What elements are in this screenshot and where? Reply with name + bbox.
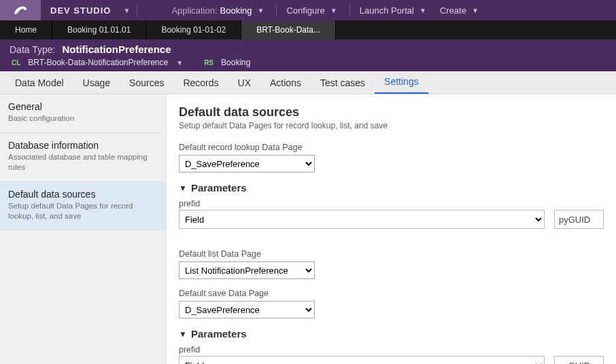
subtab-ux[interactable]: UX	[228, 72, 260, 94]
list-dp-select[interactable]: List NotificationPreference	[179, 261, 315, 279]
side-item-title: General	[8, 101, 158, 112]
side-item-desc: Setup default Data Pages for record look…	[8, 201, 158, 222]
param-name-1: prefid	[179, 199, 604, 208]
chevron-down-icon: ▼	[179, 183, 187, 193]
app-value: Booking	[220, 5, 252, 16]
parameters-toggle-1[interactable]: ▼ Parameters	[179, 182, 604, 194]
lookup-dp-select[interactable]: D_SavePreference	[179, 155, 315, 172]
app-label: Application:	[171, 5, 217, 16]
sub-tab-bar: Data Model Usage Sources Records UX Acti…	[0, 71, 616, 94]
class-path: BRT-Book-Data-NotificationPreference	[28, 58, 168, 67]
lookup-dp-label: Default record lookup Data Page	[179, 143, 604, 152]
tab-booking-010101[interactable]: Booking 01.01.01	[52, 20, 146, 39]
side-item-desc: Basic configuration	[8, 113, 158, 124]
subtab-records[interactable]: Records	[173, 72, 228, 94]
save-dp-label: Default save Data Page	[179, 289, 604, 298]
subtab-settings[interactable]: Settings	[375, 71, 428, 94]
parameters-label: Parameters	[191, 182, 247, 194]
logo[interactable]	[0, 0, 41, 20]
separator	[137, 4, 137, 16]
separator	[349, 4, 350, 16]
separator	[276, 4, 277, 16]
section-subheading: Setup default Data Pages for record look…	[179, 121, 604, 130]
chevron-down-icon: ▼	[417, 7, 429, 14]
subtab-usage[interactable]: Usage	[73, 72, 120, 94]
tab-home[interactable]: Home	[0, 20, 52, 39]
subtab-sources[interactable]: Sources	[120, 72, 173, 94]
menu-create[interactable]: Create ▼	[434, 5, 487, 16]
chevron-down-icon: ▼	[255, 7, 267, 14]
settings-side-panel: General Basic configuration Database inf…	[0, 94, 167, 364]
chevron-down-icon: ▼	[469, 7, 481, 14]
rule-header: Data Type: NotificationPreference CL BRT…	[0, 39, 616, 71]
class-badge: CL	[10, 58, 22, 67]
data-type-value: NotificationPreference	[62, 43, 171, 55]
application-switcher[interactable]: Application: Booking ▼	[166, 5, 272, 16]
chevron-down-icon: ▼	[179, 329, 187, 339]
subtab-actions[interactable]: Actions	[260, 72, 311, 94]
chevron-down-icon[interactable]: ▼	[173, 59, 186, 67]
tab-brt-book-data[interactable]: BRT-Book-Data...	[241, 20, 336, 39]
param-name-2: prefid	[179, 345, 604, 354]
chevron-down-icon[interactable]: ▼	[120, 7, 133, 14]
top-bar: DEV STUDIO ▼ Application: Booking ▼ Conf…	[0, 0, 616, 20]
section-heading: Default data sources	[179, 105, 604, 120]
pega-horse-icon	[13, 5, 28, 16]
main-content: Default data sources Setup default Data …	[167, 94, 616, 364]
param-value-1[interactable]: pyGUID	[554, 210, 604, 229]
side-item-general[interactable]: General Basic configuration	[0, 94, 166, 133]
open-tabs-bar: Home Booking 01.01.01 Booking 01-01-02 B…	[0, 20, 616, 39]
side-item-title: Default data sources	[8, 189, 158, 200]
param-type-select-1[interactable]: Field	[179, 210, 545, 229]
work-area: General Basic configuration Database inf…	[0, 94, 616, 364]
menu-launch-portal[interactable]: Launch Portal ▼	[354, 5, 434, 16]
side-item-database-information[interactable]: Database information Associated database…	[0, 133, 166, 182]
param-value-2[interactable]: pyGUID	[554, 356, 604, 364]
list-dp-label: Default list Data Page	[179, 249, 604, 259]
side-item-title: Database information	[8, 140, 158, 151]
side-item-desc: Associated database and table mapping ru…	[8, 152, 158, 173]
ruleset-name: Booking	[221, 58, 250, 67]
chevron-down-icon: ▼	[328, 7, 340, 14]
save-dp-select[interactable]: D_SavePreference	[179, 301, 315, 318]
parameters-label: Parameters	[191, 328, 247, 340]
parameters-toggle-2[interactable]: ▼ Parameters	[179, 328, 604, 340]
tab-booking-01-01-02[interactable]: Booking 01-01-02	[146, 20, 241, 39]
param-type-select-2[interactable]: Field	[179, 356, 545, 364]
brand-label: DEV STUDIO	[41, 5, 120, 16]
side-item-default-data-sources[interactable]: Default data sources Setup default Data …	[0, 182, 166, 231]
ruleset-badge: RS	[202, 58, 216, 67]
subtab-test-cases[interactable]: Test cases	[311, 72, 375, 94]
subtab-data-model[interactable]: Data Model	[5, 72, 73, 94]
data-type-label: Data Type:	[10, 44, 55, 55]
menu-configure[interactable]: Configure ▼	[281, 5, 345, 16]
